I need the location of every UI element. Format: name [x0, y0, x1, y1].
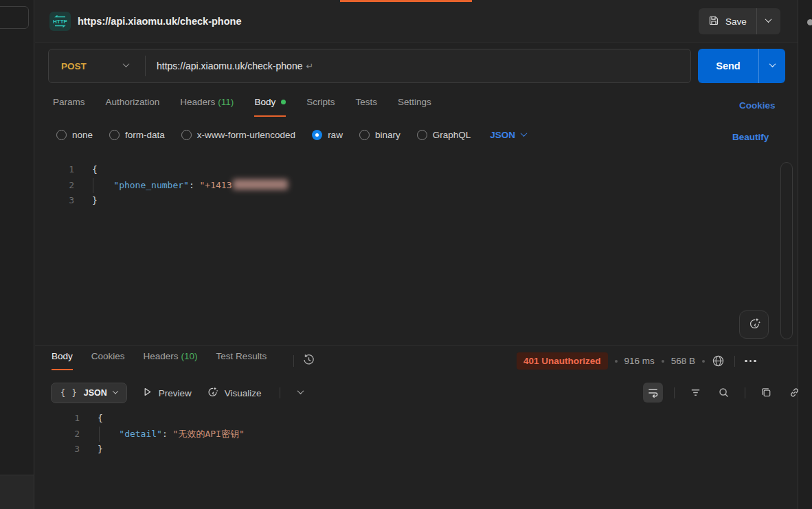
response-tab-cookies[interactable]: Cookies [91, 351, 125, 370]
sidebar-partial-tab[interactable] [0, 6, 29, 29]
word-wrap-button[interactable] [643, 383, 663, 403]
sidebar-bottom-bar [0, 475, 34, 509]
chevron-down-icon[interactable] [297, 387, 304, 394]
save-options-button[interactable] [757, 8, 780, 34]
tab-label: Headers [144, 351, 179, 361]
method-selector[interactable]: POST [49, 61, 145, 71]
chevron-down-icon [521, 130, 528, 137]
request-tabs: Params Authorization Headers(11) Body Sc… [53, 97, 431, 117]
body-type-urlencoded[interactable]: x-www-form-urlencoded [181, 130, 295, 140]
line-number: 2 [35, 427, 80, 442]
editor-scrollbar[interactable] [780, 162, 793, 339]
body-type-label: none [72, 130, 93, 140]
body-modified-dot [281, 100, 286, 104]
response-history-button[interactable] [301, 353, 316, 368]
response-tab-headers[interactable]: Headers(10) [144, 351, 198, 370]
code-line: 1 { [35, 162, 288, 178]
json-key: "detail" [119, 429, 162, 439]
response-toolbar: { } JSON Preview Visualize [51, 383, 303, 403]
left-sidebar [0, 0, 34, 509]
url-newline-glyph: ↵ [306, 61, 313, 71]
code-token: : [189, 180, 200, 190]
send-button-label: Send [716, 60, 740, 71]
line-number: 3 [35, 193, 74, 209]
body-type-raw[interactable]: raw [312, 130, 343, 140]
link-button[interactable] [785, 383, 804, 403]
chevron-down-icon [112, 388, 117, 394]
tab-label: Scripts [306, 97, 335, 107]
code-indent [98, 429, 119, 439]
more-options-icon[interactable] [745, 360, 756, 363]
preview-play-icon [142, 387, 153, 399]
response-tabs: Body Cookies Headers(10) Test Results [52, 351, 267, 370]
body-type-label: x-www-form-urlencoded [197, 130, 295, 140]
postbot-ai-button[interactable] [739, 310, 769, 339]
raw-format-select[interactable]: JSON [490, 130, 526, 140]
cookies-link[interactable]: Cookies [739, 100, 776, 111]
url-input[interactable]: https://api.xiaomu.uk/check-phone↵ [146, 60, 313, 71]
status-badge[interactable]: 401 Unauthorized [517, 352, 608, 370]
visualize-sparkle-icon [207, 386, 218, 400]
indent-guide [93, 178, 93, 193]
tab-scripts[interactable]: Scripts [306, 97, 335, 117]
history-clock-icon [302, 353, 315, 368]
line-number: 3 [35, 442, 80, 457]
network-globe-icon[interactable] [712, 354, 725, 367]
code-token: } [98, 444, 103, 454]
filter-button[interactable] [686, 383, 706, 403]
send-options-button[interactable] [759, 49, 785, 83]
code-line: 2 "detail": "无效的API密钥" [35, 427, 245, 442]
radio-selected-icon [312, 130, 322, 140]
tab-headers[interactable]: Headers(11) [180, 97, 234, 117]
visualize-button[interactable]: Visualize [207, 386, 262, 400]
search-button[interactable] [714, 383, 734, 403]
code-token: { [98, 413, 103, 423]
visualize-label: Visualize [225, 388, 262, 398]
copy-button[interactable] [756, 383, 776, 403]
preview-button[interactable]: Preview [142, 387, 192, 399]
beautify-link[interactable]: Beautify [732, 132, 769, 142]
postbot-sparkle-icon [747, 317, 761, 332]
response-time[interactable]: 916 ms [624, 356, 655, 366]
dot-separator [662, 360, 664, 363]
body-type-binary[interactable]: binary [359, 130, 401, 140]
send-button[interactable]: Send [698, 49, 759, 83]
body-type-form-data[interactable]: form-data [109, 130, 165, 140]
response-tab-body[interactable]: Body [52, 351, 73, 370]
chevron-down-icon [769, 60, 776, 67]
request-body-editor[interactable]: 1 { 2 "phone_number": "+1413 3 } [35, 162, 288, 209]
divider [293, 355, 294, 367]
right-collapsed-panel [798, 0, 812, 509]
active-tab-accent-bar [340, 0, 472, 2]
pane-divider[interactable] [35, 345, 798, 346]
tab-tests[interactable]: Tests [355, 97, 377, 117]
radio-icon [109, 130, 120, 140]
tab-authorization[interactable]: Authorization [106, 97, 160, 117]
line-number: 1 [35, 162, 74, 178]
tab-label: Test Results [216, 351, 267, 361]
redacted-phone-number [233, 179, 288, 190]
code-line: 3 } [35, 193, 288, 209]
tab-label: Params [53, 97, 85, 107]
body-type-none[interactable]: none [56, 130, 93, 140]
response-size[interactable]: 568 B [671, 356, 695, 366]
send-split-button: Send [698, 49, 785, 83]
tab-label: Body [254, 97, 275, 107]
request-tab-title: https://api.xiaomu.uk/check-phone [78, 16, 241, 27]
raw-format-value: JSON [490, 130, 515, 140]
response-body-editor[interactable]: 1 { 2 "detail": "无效的API密钥" 3 } [35, 411, 245, 457]
tab-label: Settings [398, 97, 431, 107]
tab-body[interactable]: Body [254, 97, 286, 117]
body-type-label: GraphQL [433, 130, 471, 140]
tab-params[interactable]: Params [53, 97, 85, 117]
response-format-select[interactable]: { } JSON [51, 383, 127, 403]
headers-count-badge: (10) [181, 351, 198, 361]
tab-settings[interactable]: Settings [398, 97, 431, 117]
divider [734, 356, 735, 367]
body-type-graphql[interactable]: GraphQL [417, 130, 471, 140]
api-client-window: HTTP https://api.xiaomu.uk/check-phone S… [0, 0, 812, 509]
save-button-label: Save [725, 16, 747, 27]
save-button[interactable]: Save [699, 8, 757, 34]
response-tab-test-results[interactable]: Test Results [216, 351, 267, 370]
divider [745, 387, 745, 398]
